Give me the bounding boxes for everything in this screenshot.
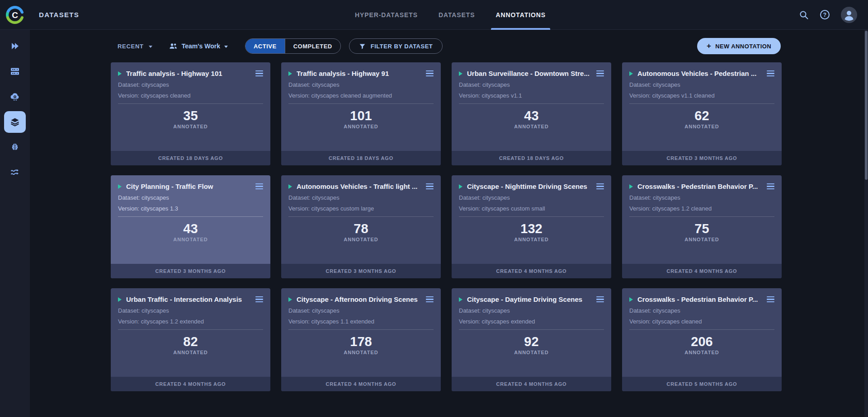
annotation-card[interactable]: Cityscape - Nighttime Driving Scenes Dat… bbox=[452, 175, 611, 278]
annotated-label: ANNOTATED bbox=[452, 237, 611, 242]
card-dataset: Dataset: cityscapes bbox=[622, 194, 782, 201]
menu-icon[interactable] bbox=[596, 296, 604, 303]
card-title: Cityscape - Afternoon Driving Scenes bbox=[297, 295, 421, 303]
tab-hyper-datasets[interactable]: HYPER-DATASETS bbox=[355, 0, 418, 30]
card-created: CREATED 18 DAYS AGO bbox=[281, 151, 441, 165]
card-stats: 132 ANNOTATED bbox=[452, 217, 611, 242]
new-annotation-label: NEW ANNOTATION bbox=[715, 43, 771, 50]
annotated-count: 43 bbox=[452, 108, 611, 123]
annotated-count: 43 bbox=[111, 221, 270, 236]
sidebar bbox=[0, 30, 30, 417]
sidebar-item-serving[interactable] bbox=[4, 86, 26, 108]
card-dataset: Dataset: cityscapes bbox=[281, 194, 441, 201]
menu-icon[interactable] bbox=[255, 183, 263, 190]
annotation-cards-grid: Traffic analysis - Highway 101 Dataset: … bbox=[111, 62, 868, 391]
filter-by-dataset-button[interactable]: FILTER BY DATASET bbox=[349, 38, 443, 54]
play-icon bbox=[288, 184, 292, 189]
annotation-card[interactable]: Crosswalks - Pedestrian Behavior P... Da… bbox=[622, 175, 782, 278]
card-title: Crosswalks - Pedestrian Behavior P... bbox=[637, 183, 762, 190]
filter-funnel-icon bbox=[359, 43, 366, 50]
card-dataset: Dataset: cityscapes bbox=[281, 81, 441, 88]
card-title: Urban Traffic - Intersection Analysis bbox=[126, 295, 251, 303]
card-version: Version: cityscapes v1.1 cleaned bbox=[622, 92, 782, 99]
menu-icon[interactable] bbox=[767, 70, 774, 77]
card-version: Version: cityscapes custom small bbox=[452, 205, 611, 212]
play-icon bbox=[629, 297, 633, 302]
toolbar: RECENT Team's Work ACTIVE COMPLETED bbox=[118, 37, 781, 55]
annotated-count: 101 bbox=[281, 108, 441, 123]
card-created: CREATED 4 MONTHS AGO bbox=[622, 264, 782, 278]
card-stats: 82 ANNOTATED bbox=[111, 330, 270, 355]
app-logo[interactable]: C bbox=[0, 5, 30, 25]
play-icon bbox=[629, 71, 633, 76]
sidebar-item-datasets[interactable] bbox=[4, 111, 26, 133]
tab-annotations[interactable]: ANNOTATIONS bbox=[495, 0, 545, 30]
layers-icon bbox=[9, 117, 20, 127]
main-content: RECENT Team's Work ACTIVE COMPLETED bbox=[30, 30, 868, 417]
help-icon[interactable]: ? bbox=[820, 9, 830, 20]
annotation-card[interactable]: Crosswalks - Pedestrian Behavior P... Da… bbox=[622, 288, 782, 391]
card-created: CREATED 4 MONTHS AGO bbox=[281, 377, 441, 391]
play-icon bbox=[629, 184, 633, 189]
sidebar-item-workers[interactable] bbox=[4, 61, 26, 82]
scrollbar-thumb[interactable] bbox=[865, 31, 868, 180]
svg-text:?: ? bbox=[823, 12, 826, 18]
card-stats: 75 ANNOTATED bbox=[622, 217, 782, 242]
new-annotation-button[interactable]: + NEW ANNOTATION bbox=[697, 38, 781, 54]
annotated-count: 132 bbox=[452, 221, 611, 236]
pipeline-icon bbox=[9, 167, 20, 178]
team-filter-dropdown[interactable]: Team's Work bbox=[169, 42, 228, 50]
tab-datasets[interactable]: DATASETS bbox=[439, 0, 475, 30]
card-stats: 62 ANNOTATED bbox=[622, 104, 782, 129]
chevron-down-icon bbox=[224, 46, 228, 48]
annotated-label: ANNOTATED bbox=[111, 350, 270, 355]
sort-dropdown[interactable]: RECENT bbox=[118, 43, 152, 50]
scrollbar[interactable] bbox=[864, 30, 868, 417]
annotation-card[interactable]: City Planning - Traffic Flow Dataset: ci… bbox=[111, 175, 270, 278]
annotated-label: ANNOTATED bbox=[622, 124, 782, 129]
card-title: Traffic analysis - Highway 91 bbox=[297, 70, 421, 77]
plus-icon: + bbox=[707, 42, 711, 50]
menu-icon[interactable] bbox=[596, 70, 604, 77]
annotation-card[interactable]: Traffic analysis - Highway 91 Dataset: c… bbox=[281, 62, 441, 165]
annotation-card[interactable]: Cityscape - Afternoon Driving Scenes Dat… bbox=[281, 288, 441, 391]
annotated-label: ANNOTATED bbox=[452, 350, 611, 355]
card-title: Cityscape - Nighttime Driving Scenes bbox=[467, 183, 592, 190]
annotated-label: ANNOTATED bbox=[111, 124, 270, 129]
card-stats: 78 ANNOTATED bbox=[281, 217, 441, 242]
card-version: Version: cityscapes extended bbox=[452, 318, 611, 325]
sidebar-item-launch[interactable] bbox=[4, 35, 26, 57]
play-icon bbox=[118, 184, 122, 189]
menu-icon[interactable] bbox=[596, 183, 604, 190]
menu-icon[interactable] bbox=[767, 296, 774, 303]
card-created: CREATED 4 MONTHS AGO bbox=[452, 264, 611, 278]
cloud-gear-icon bbox=[9, 91, 20, 102]
card-stats: 206 ANNOTATED bbox=[622, 330, 782, 355]
card-stats: 92 ANNOTATED bbox=[452, 330, 611, 355]
card-created: CREATED 18 DAYS AGO bbox=[111, 151, 270, 165]
annotation-card[interactable]: Traffic analysis - Highway 101 Dataset: … bbox=[111, 62, 270, 165]
card-dataset: Dataset: cityscapes bbox=[622, 307, 782, 314]
header-actions: ? bbox=[799, 7, 868, 23]
sidebar-item-pipelines[interactable] bbox=[4, 162, 26, 183]
menu-icon[interactable] bbox=[255, 70, 263, 77]
search-icon[interactable] bbox=[799, 10, 809, 20]
toggle-active[interactable]: ACTIVE bbox=[245, 39, 285, 53]
sidebar-item-models[interactable] bbox=[4, 136, 26, 158]
menu-icon[interactable] bbox=[255, 296, 263, 303]
avatar[interactable] bbox=[841, 7, 857, 23]
menu-icon[interactable] bbox=[426, 296, 434, 303]
annotation-card[interactable]: Urban Traffic - Intersection Analysis Da… bbox=[111, 288, 270, 391]
card-created: CREATED 3 MONTHS AGO bbox=[281, 264, 441, 278]
menu-icon[interactable] bbox=[426, 183, 434, 190]
play-icon bbox=[288, 297, 292, 302]
toggle-completed[interactable]: COMPLETED bbox=[285, 39, 340, 53]
annotation-card[interactable]: Autonomous Vehicles - Traffic light ... … bbox=[281, 175, 441, 278]
annotation-card[interactable]: Urban Surveillance - Downtown Stre... Da… bbox=[452, 62, 611, 165]
annotation-card[interactable]: Cityscape - Daytime Driving Scenes Datas… bbox=[452, 288, 611, 391]
menu-icon[interactable] bbox=[426, 70, 434, 77]
annotation-card[interactable]: Autonomous Vehicles - Pedestrian ... Dat… bbox=[622, 62, 782, 165]
brain-icon bbox=[9, 142, 20, 153]
menu-icon[interactable] bbox=[767, 183, 774, 190]
svg-text:C: C bbox=[12, 10, 18, 20]
